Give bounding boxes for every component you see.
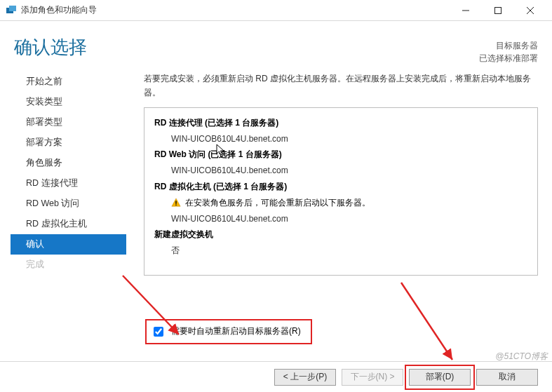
- target-info: 目标服务器 已选择标准部署: [479, 35, 538, 65]
- role-warning-text: 在安装角色服务后，可能会重新启动以下服务器。: [185, 195, 370, 211]
- role-title-rd-web: RD Web 访问 (已选择 1 台服务器): [154, 147, 527, 163]
- app-icon: [6, 5, 17, 16]
- button-row: < 上一步(P) 下一步(N) > 部署(D) 取消: [0, 361, 552, 392]
- page-header: 确认选择 目标服务器 已选择标准部署: [0, 21, 552, 65]
- review-box[interactable]: RD 连接代理 (已选择 1 台服务器) WIN-UICOB610L4U.ben…: [144, 107, 538, 276]
- page-title: 确认选择: [14, 35, 87, 60]
- role-warning-rd-virt: 在安装角色服务后，可能会重新启动以下服务器。: [154, 195, 527, 211]
- content-area: 若要完成安装，必须重新启动 RD 虚拟化主机服务器。在远程服务器上安装完成后，将…: [126, 72, 538, 344]
- role-title-vswitch: 新建虚拟交换机: [154, 227, 527, 243]
- minimize-button[interactable]: [450, 0, 482, 21]
- role-title-rd-virt: RD 虚拟化主机 (已选择 1 台服务器): [154, 179, 527, 195]
- role-server-rd-web: WIN-UICOB610L4U.benet.com: [154, 163, 527, 179]
- role-server-rd-broker: WIN-UICOB610L4U.benet.com: [154, 131, 527, 147]
- nav-deploy-scenario[interactable]: 部署方案: [11, 133, 126, 153]
- svg-rect-8: [175, 205, 176, 205]
- close-button[interactable]: [514, 0, 546, 21]
- watermark: @51CTO博客: [495, 351, 548, 363]
- next-button: 下一步(N) >: [342, 369, 403, 386]
- instruction-text: 若要完成安装，必须重新启动 RD 虚拟化主机服务器。在远程服务器上安装完成后，将…: [144, 72, 538, 100]
- svg-rect-3: [495, 7, 501, 13]
- target-sub: 已选择标准部署: [479, 52, 538, 65]
- maximize-button[interactable]: [482, 0, 514, 21]
- nav-rd-web-access[interactable]: RD Web 访问: [11, 194, 126, 214]
- auto-restart-label: 需要时自动重新启动目标服务器(R): [171, 325, 301, 337]
- svg-rect-7: [175, 201, 176, 204]
- nav-complete: 完成: [11, 255, 126, 275]
- warning-icon: [171, 198, 181, 208]
- cancel-button[interactable]: 取消: [476, 369, 538, 386]
- svg-rect-1: [9, 6, 16, 11]
- nav-install-type[interactable]: 安装类型: [11, 92, 126, 112]
- auto-restart-checkbox-row[interactable]: 需要时自动重新启动目标服务器(R): [145, 319, 312, 344]
- role-vswitch-value: 否: [154, 243, 527, 259]
- role-server-rd-virt: WIN-UICOB610L4U.benet.com: [154, 211, 527, 227]
- nav-before-begin[interactable]: 开始之前: [11, 72, 126, 92]
- nav-rd-connection-broker[interactable]: RD 连接代理: [11, 173, 126, 194]
- nav-role-services[interactable]: 角色服务: [11, 153, 126, 173]
- role-title-rd-broker: RD 连接代理 (已选择 1 台服务器): [154, 115, 527, 131]
- nav-deploy-type[interactable]: 部署类型: [11, 112, 126, 133]
- nav-confirm[interactable]: 确认: [11, 234, 126, 255]
- title-bar: 添加角色和功能向导: [0, 0, 552, 21]
- window-title: 添加角色和功能向导: [21, 4, 97, 16]
- auto-restart-checkbox[interactable]: [154, 327, 163, 337]
- nav-rd-virtualization-host[interactable]: RD 虚拟化主机: [11, 214, 126, 234]
- previous-button[interactable]: < 上一步(P): [274, 369, 336, 386]
- deploy-button[interactable]: 部署(D): [409, 369, 471, 386]
- target-label: 目标服务器: [479, 39, 538, 52]
- wizard-sidebar: 开始之前 安装类型 部署类型 部署方案 角色服务 RD 连接代理 RD Web …: [11, 72, 126, 344]
